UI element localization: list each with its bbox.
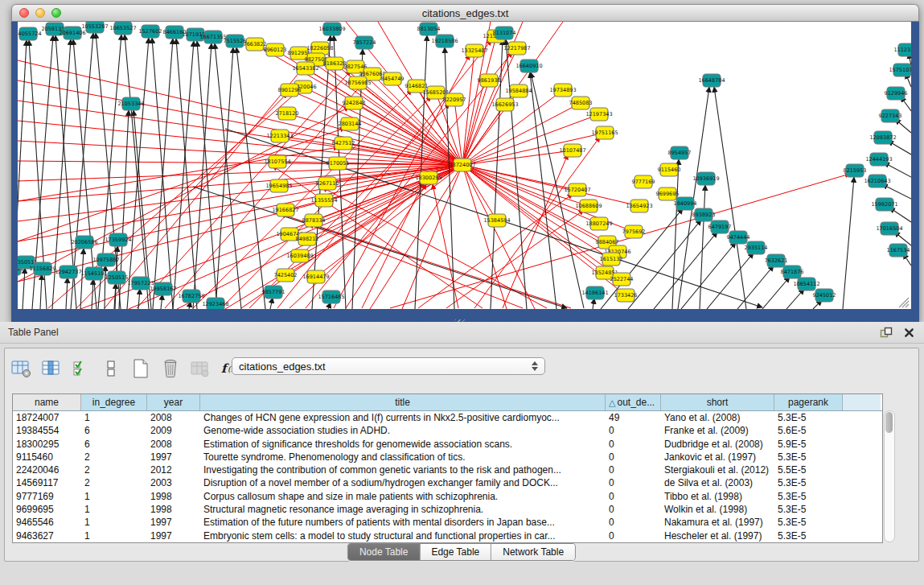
graph-node[interactable]: 18107554 <box>264 155 290 168</box>
graph-node[interactable]: 19751165 <box>591 126 618 139</box>
graph-node[interactable]: 21053346 <box>117 97 144 110</box>
graph-node[interactable]: 16640910 <box>515 60 542 72</box>
graph-node[interactable]: 9115460 <box>658 163 681 176</box>
graph-node[interactable]: 20206586 <box>71 236 97 249</box>
graph-node[interactable]: 1167534 <box>887 244 910 257</box>
graph-node[interactable]: 12217987 <box>503 42 530 55</box>
graph-node[interactable]: 12197343 <box>585 108 612 121</box>
graph-node[interactable]: 19734893 <box>549 84 576 97</box>
graph-node[interactable]: 2522744 <box>610 273 634 286</box>
graph-node[interactable]: 15751074 <box>889 64 911 76</box>
network-canvas[interactable]: 7663822896012389129551822605898275081654… <box>18 22 911 309</box>
graph-node[interactable]: 12093872 <box>869 131 896 144</box>
graph-node[interactable]: 8215953 <box>844 164 867 177</box>
graph-node[interactable]: 11123271 <box>893 43 911 56</box>
graph-node[interactable]: 9170051 <box>326 157 350 170</box>
rows-icon[interactable] <box>99 357 123 380</box>
graph-node[interactable]: 7632621 <box>765 254 788 267</box>
tab-network-table[interactable]: Network Table <box>491 544 575 560</box>
graph-node[interactable]: 12213343 <box>266 130 293 142</box>
graph-node[interactable]: 9474444 <box>727 231 750 244</box>
graph-node[interactable]: 1733426 <box>614 289 638 302</box>
float-panel-icon[interactable] <box>880 327 893 338</box>
graph-node[interactable]: 11545191 <box>80 267 107 280</box>
canvas-resize-grip[interactable] <box>899 298 909 307</box>
graph-node[interactable]: 1527602 <box>139 25 162 38</box>
table-row[interactable]: 2242004622012Investigating the contribut… <box>13 463 882 476</box>
delete-icon[interactable] <box>158 357 183 380</box>
graph-node[interactable]: 8813054 <box>417 23 441 35</box>
graph-node[interactable]: 9129946 <box>885 87 908 100</box>
graph-node[interactable]: 12942737 <box>55 266 81 278</box>
column-header-in-degree[interactable]: in_degree <box>81 394 147 410</box>
graph-node[interactable]: 8220957 <box>443 93 466 106</box>
graph-node[interactable]: 14196141 <box>581 286 608 299</box>
graph-node[interactable]: 24055724 <box>18 27 42 40</box>
graph-node[interactable]: 9242848 <box>343 97 366 109</box>
graph-node[interactable]: 17016504 <box>876 222 902 235</box>
graph-node[interactable]: 8454749 <box>381 72 405 85</box>
graph-node[interactable]: 7975692 <box>622 225 646 238</box>
graph-node[interactable]: 8938923 <box>692 208 716 221</box>
graph-node[interactable]: 7425402 <box>274 269 298 282</box>
table-row[interactable]: 1456911722003Disruption of a novel membe… <box>13 476 882 489</box>
network-view[interactable]: 7663822896012389129551822605898275081654… <box>11 22 919 322</box>
graph-node[interactable]: 9777169 <box>632 175 655 188</box>
graph-node[interactable]: 15720407 <box>564 183 590 196</box>
graph-node[interactable]: 16626953 <box>491 98 518 111</box>
table-row[interactable]: 1938455462009Genome-wide association stu… <box>13 424 882 437</box>
graph-node[interactable]: 2803144 <box>339 117 362 130</box>
new-file-icon[interactable] <box>129 357 153 380</box>
graph-node[interactable]: 8954957 <box>668 146 692 159</box>
tab-node-table[interactable]: Node Table <box>348 544 420 560</box>
table-row[interactable]: 911546021997Tourette syndrome. Phenomeno… <box>13 451 882 463</box>
graph-node[interactable]: 8901296 <box>278 84 302 97</box>
close-panel-icon[interactable] <box>904 328 914 338</box>
graph-node[interactable]: 7515526 <box>224 35 247 47</box>
column-header-out-de-[interactable]: △out_de... <box>606 394 661 410</box>
graph-node[interactable]: 7485083 <box>569 97 593 109</box>
graph-node[interactable]: 7857224 <box>353 36 376 49</box>
table-row[interactable]: 969969511998Structural magnetic resonanc… <box>13 503 882 516</box>
table-row[interactable]: 1830029562008Estimation of significance … <box>13 438 882 451</box>
graph-node[interactable]: 17359924 <box>105 233 131 246</box>
graph-node[interactable]: 19654985 <box>265 179 292 192</box>
graph-node[interactable]: 8471876 <box>781 266 804 278</box>
graph-node[interactable]: 18807249 <box>585 217 612 230</box>
column-header-short[interactable]: short <box>661 394 774 410</box>
graph-node[interactable]: 10653527 <box>109 22 136 35</box>
graph-node[interactable]: 9857791 <box>262 286 285 299</box>
graph-node[interactable]: 1840994 <box>674 197 697 210</box>
tab-edge-table[interactable]: Edge Table <box>419 544 491 560</box>
table-row[interactable]: 946362711997Embryonic stem cells: a mode… <box>13 529 882 542</box>
graph-node[interactable]: 10107487 <box>559 144 585 157</box>
graph-node[interactable]: 1615132 <box>600 253 623 266</box>
graph-node[interactable]: 16914479 <box>302 270 329 283</box>
graph-node[interactable]: 6479197 <box>708 220 732 233</box>
graph-node[interactable]: 12923468 <box>202 298 228 309</box>
table-scrollbar-thumb[interactable] <box>885 412 893 433</box>
graph-node[interactable]: 8878334 <box>302 214 326 227</box>
graph-node[interactable]: 13654923 <box>626 200 652 212</box>
graph-node[interactable]: 8960123 <box>264 43 287 56</box>
column-header-pagerank[interactable]: pagerank <box>774 394 843 410</box>
graph-node[interactable]: 8131074 <box>493 27 516 39</box>
table-row[interactable]: 946554611997Estimation of the future num… <box>13 516 882 529</box>
graph-node[interactable]: 11355554 <box>310 194 337 207</box>
graph-node[interactable]: 8186328 <box>323 57 347 70</box>
table-settings-icon[interactable] <box>10 357 34 380</box>
graph-node[interactable]: 10654112 <box>793 278 819 290</box>
import-table-icon[interactable] <box>188 357 212 380</box>
column-header-year[interactable]: year <box>147 394 200 410</box>
graph-node[interactable]: 16210643 <box>864 175 890 187</box>
graph-node[interactable]: 2718120 <box>276 107 299 120</box>
graph-node[interactable]: 16648784 <box>698 74 725 87</box>
table-row[interactable]: 977716911998Corpus callosum shape and si… <box>13 490 882 503</box>
graph-node[interactable]: 16033809 <box>318 23 345 35</box>
column-header-title[interactable]: title <box>200 394 606 410</box>
graph-node[interactable]: 9861938 <box>478 74 501 87</box>
select-checks-icon[interactable] <box>69 357 93 380</box>
graph-node[interactable]: 9227343 <box>879 109 902 122</box>
graph-node[interactable]: 19218586 <box>431 35 458 47</box>
graph-node[interactable]: 9245012 <box>813 289 836 302</box>
